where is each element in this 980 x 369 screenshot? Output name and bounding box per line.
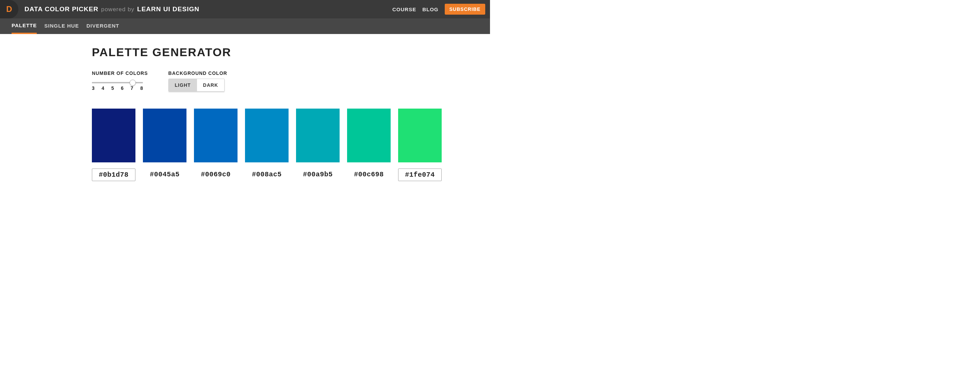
color-swatch[interactable] xyxy=(143,108,186,162)
nav-course[interactable]: COURSE xyxy=(392,6,416,12)
main-content: PALETTE GENERATOR NUMBER OF COLORS 34567… xyxy=(0,34,490,181)
page-title: PALETTE GENERATOR xyxy=(92,46,490,59)
subscribe-button[interactable]: SUBSCRIBE xyxy=(445,4,485,14)
logo[interactable]: D xyxy=(0,0,18,18)
slider-tick: 5 xyxy=(111,86,114,91)
background-label: BACKGROUND COLOR xyxy=(169,70,227,76)
swatch-column: #0045a5 xyxy=(143,108,186,181)
swatch-column: #0069c0 xyxy=(194,108,237,181)
tab-palette[interactable]: PALETTE xyxy=(11,18,37,34)
slider-thumb[interactable] xyxy=(130,80,136,86)
swatch-column: #00a9b5 xyxy=(296,108,340,181)
slider-tick: 6 xyxy=(121,86,124,91)
color-swatch[interactable] xyxy=(347,108,391,162)
palette-swatches: #0b1d78#0045a5#0069c0#008ac5#00a9b5#00c6… xyxy=(92,108,490,181)
controls-row: NUMBER OF COLORS 345678 BACKGROUND COLOR… xyxy=(92,70,490,92)
num-colors-control: NUMBER OF COLORS 345678 xyxy=(92,70,148,92)
swatch-column: #0b1d78 xyxy=(92,108,135,181)
logo-letter: D xyxy=(6,5,12,14)
toggle-dark[interactable]: DARK xyxy=(197,79,224,91)
swatch-column: #008ac5 xyxy=(245,108,288,181)
num-colors-label: NUMBER OF COLORS xyxy=(92,70,148,76)
powered-by-label: powered by xyxy=(101,6,134,13)
hex-label: #0045a5 xyxy=(143,169,186,180)
swatch-column: #00c698 xyxy=(347,108,391,181)
tab-divergent[interactable]: DIVERGENT xyxy=(86,18,119,34)
hex-label: #0069c0 xyxy=(194,169,237,180)
slider-track[interactable] xyxy=(92,82,143,83)
slider-tick: 3 xyxy=(92,86,95,91)
sub-nav: PALETTE SINGLE HUE DIVERGENT xyxy=(0,18,490,34)
hex-label: #00a9b5 xyxy=(296,169,340,180)
top-bar: D DATA COLOR PICKER powered by LEARN UI … xyxy=(0,0,490,18)
color-swatch[interactable] xyxy=(245,108,288,162)
color-swatch[interactable] xyxy=(194,108,237,162)
swatch-column: #1fe074 xyxy=(398,108,442,181)
color-swatch[interactable] xyxy=(398,108,442,162)
nav-right: COURSE BLOG SUBSCRIBE xyxy=(392,4,485,14)
hex-input[interactable]: #1fe074 xyxy=(398,169,442,181)
learn-ui-design-link[interactable]: LEARN UI DESIGN xyxy=(137,5,199,13)
toggle-light[interactable]: LIGHT xyxy=(169,79,197,91)
color-swatch[interactable] xyxy=(296,108,340,162)
hex-input[interactable]: #0b1d78 xyxy=(92,169,135,181)
slider-tick: 8 xyxy=(140,86,143,91)
slider-ticks: 345678 xyxy=(92,86,143,91)
num-colors-slider[interactable]: 345678 xyxy=(92,79,143,91)
background-toggle: LIGHT DARK xyxy=(169,79,224,92)
title-block: DATA COLOR PICKER powered by LEARN UI DE… xyxy=(24,5,199,13)
slider-tick: 4 xyxy=(102,86,104,91)
slider-tick: 7 xyxy=(130,86,134,91)
app-title: DATA COLOR PICKER xyxy=(24,5,98,13)
hex-label: #00c698 xyxy=(347,169,391,180)
hex-label: #008ac5 xyxy=(245,169,288,180)
tab-single-hue[interactable]: SINGLE HUE xyxy=(44,18,79,34)
background-toggle-control: BACKGROUND COLOR LIGHT DARK xyxy=(169,70,227,92)
color-swatch[interactable] xyxy=(92,108,135,162)
nav-blog[interactable]: BLOG xyxy=(422,6,438,12)
